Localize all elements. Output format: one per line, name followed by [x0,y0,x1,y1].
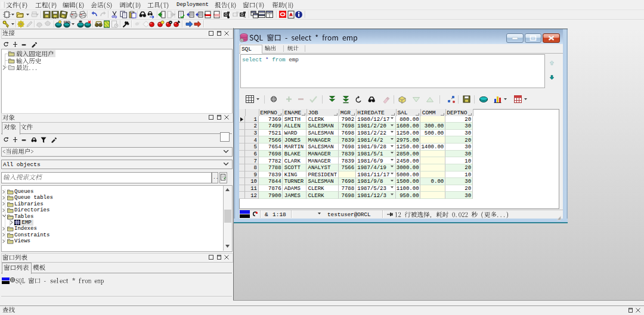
svg-text:FSQL: FSQL [64,21,71,24]
